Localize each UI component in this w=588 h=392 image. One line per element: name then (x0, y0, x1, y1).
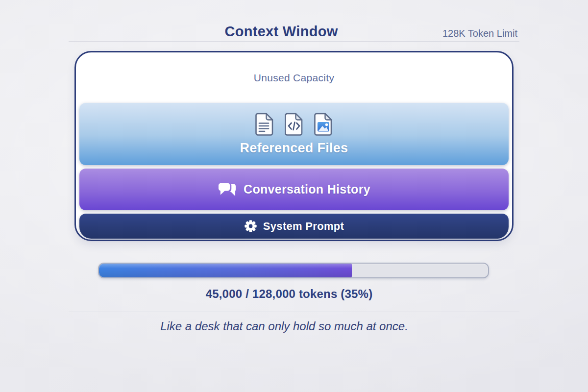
segment-label: Conversation History (244, 182, 370, 196)
file-icons-row (255, 113, 333, 136)
segment-system-prompt: System Prompt (79, 214, 509, 239)
segment-conversation-history: Conversation History (79, 169, 509, 210)
image-file-icon (314, 113, 333, 136)
unused-capacity-label: Unused Capacity (76, 72, 512, 84)
context-window-box: Unused Capacity (74, 51, 514, 241)
progress-fill (99, 264, 352, 277)
header-divider (69, 41, 519, 42)
token-usage-label: 45,000 / 128,000 tokens (35%) (0, 287, 578, 301)
segment-referenced-files: Referenced Files (79, 103, 509, 165)
caption-text: Like a desk that can only hold so much a… (0, 319, 568, 333)
chat-bubbles-icon (218, 182, 237, 197)
segment-label: Referenced Files (240, 141, 348, 156)
text-file-icon (255, 113, 274, 136)
gear-icon (244, 220, 257, 233)
code-file-icon (285, 113, 303, 136)
segment-label: System Prompt (263, 220, 344, 233)
token-usage-bar (98, 263, 489, 278)
footer-divider (69, 312, 519, 312)
token-limit-label: 128K Token Limit (442, 28, 517, 39)
